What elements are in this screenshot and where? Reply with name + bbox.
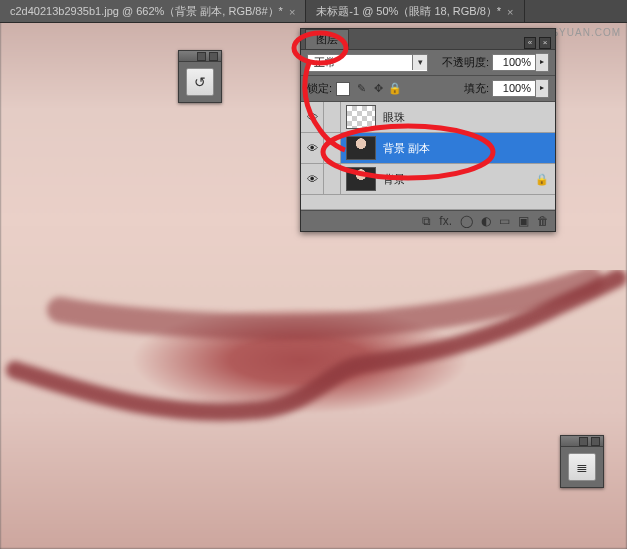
blend-opacity-row: 正常 ▾ 不透明度: 100% ▸ bbox=[301, 50, 555, 76]
link-column[interactable] bbox=[324, 102, 341, 132]
new-layer-icon[interactable]: ▣ bbox=[518, 214, 529, 228]
lock-all-icon[interactable]: 🔒 bbox=[389, 83, 401, 95]
close-icon[interactable]: × bbox=[507, 6, 513, 18]
document-tab-1[interactable]: c2d40213b2935b1.jpg @ 662%（背景 副本, RGB/8#… bbox=[0, 0, 306, 22]
layers-panel-footer: ⧉ fx. ◯ ◐ ▭ ▣ 🗑 bbox=[301, 210, 555, 231]
layers-panel: 图层 « × 正常 ▾ 不透明度: 100% ▸ 锁定: ✎ ✥ 🔒 bbox=[300, 28, 556, 232]
lock-brush-icon[interactable]: ✎ bbox=[355, 83, 367, 95]
visibility-eye-icon[interactable]: 👁 bbox=[301, 102, 324, 132]
visibility-eye-icon[interactable]: 👁 bbox=[301, 164, 324, 194]
mask-icon[interactable]: ◯ bbox=[460, 214, 473, 228]
close-icon[interactable]: × bbox=[539, 37, 551, 49]
layer-row[interactable]: 👁 眼珠 bbox=[301, 102, 555, 133]
collapse-icon[interactable] bbox=[197, 52, 206, 61]
chevron-down-icon[interactable]: ▾ bbox=[412, 55, 427, 70]
layer-list: 👁 眼珠 👁 背景 副本 👁 背景 🔒 bbox=[301, 102, 555, 210]
layer-row-selected[interactable]: 👁 背景 副本 bbox=[301, 133, 555, 164]
layer-list-filler bbox=[301, 195, 555, 210]
lock-move-icon[interactable]: ✥ bbox=[372, 83, 384, 95]
fill-input[interactable]: 100% ▸ bbox=[492, 79, 549, 98]
menu-icon[interactable] bbox=[591, 437, 600, 446]
history-icon[interactable]: ↺ bbox=[186, 68, 214, 96]
blend-mode-dropdown[interactable]: 正常 ▾ bbox=[307, 54, 428, 72]
layer-name[interactable]: 眼珠 bbox=[381, 110, 555, 125]
document-tab-2[interactable]: 未标题-1 @ 50%（眼睛 18, RGB/8）* × bbox=[306, 0, 524, 22]
trash-icon[interactable]: 🗑 bbox=[537, 214, 549, 228]
layer-thumbnail[interactable] bbox=[346, 167, 376, 191]
panel-titlebar[interactable] bbox=[179, 51, 221, 62]
chevron-right-icon[interactable]: ▸ bbox=[536, 79, 549, 98]
mini-panel-history[interactable]: ↺ bbox=[178, 50, 222, 103]
layers-tab[interactable]: 图层 bbox=[305, 29, 349, 49]
lock-label: 锁定: bbox=[307, 81, 332, 96]
minimize-icon[interactable]: « bbox=[524, 37, 536, 49]
blend-mode-value: 正常 bbox=[308, 55, 412, 70]
lock-fill-row: 锁定: ✎ ✥ 🔒 填充: 100% ▸ bbox=[301, 76, 555, 102]
link-column[interactable] bbox=[324, 133, 341, 163]
layer-name[interactable]: 背景 副本 bbox=[381, 141, 555, 156]
layer-row[interactable]: 👁 背景 🔒 bbox=[301, 164, 555, 195]
close-icon[interactable]: × bbox=[289, 6, 295, 18]
collapse-icon[interactable] bbox=[579, 437, 588, 446]
layer-thumbnail[interactable] bbox=[346, 105, 376, 129]
lock-icon: 🔒 bbox=[535, 173, 549, 186]
layer-name[interactable]: 背景 bbox=[381, 172, 535, 187]
link-column[interactable] bbox=[324, 164, 341, 194]
folder-icon[interactable]: ▭ bbox=[499, 214, 510, 228]
fx-icon[interactable]: fx. bbox=[439, 214, 452, 228]
chevron-right-icon[interactable]: ▸ bbox=[536, 53, 549, 72]
fill-label: 填充: bbox=[464, 81, 489, 96]
menu-icon[interactable] bbox=[209, 52, 218, 61]
mini-panel-styles[interactable]: ≣ bbox=[560, 435, 604, 488]
document-tab-bar: c2d40213b2935b1.jpg @ 662%（背景 副本, RGB/8#… bbox=[0, 0, 627, 23]
panel-tab-row: 图层 « × bbox=[301, 29, 555, 50]
lock-transparent-icon[interactable] bbox=[336, 82, 350, 96]
link-layers-icon[interactable]: ⧉ bbox=[422, 214, 431, 228]
document-tab-title: c2d40213b2935b1.jpg @ 662%（背景 副本, RGB/8#… bbox=[10, 4, 283, 19]
visibility-eye-icon[interactable]: 👁 bbox=[301, 133, 324, 163]
opacity-input[interactable]: 100% ▸ bbox=[492, 53, 549, 72]
adjustment-icon[interactable]: ◐ bbox=[481, 214, 491, 228]
layer-thumbnail[interactable] bbox=[346, 136, 376, 160]
opacity-label: 不透明度: bbox=[442, 55, 489, 70]
document-tab-title: 未标题-1 @ 50%（眼睛 18, RGB/8）* bbox=[316, 4, 501, 19]
styles-icon[interactable]: ≣ bbox=[568, 453, 596, 481]
panel-titlebar[interactable] bbox=[561, 436, 603, 447]
